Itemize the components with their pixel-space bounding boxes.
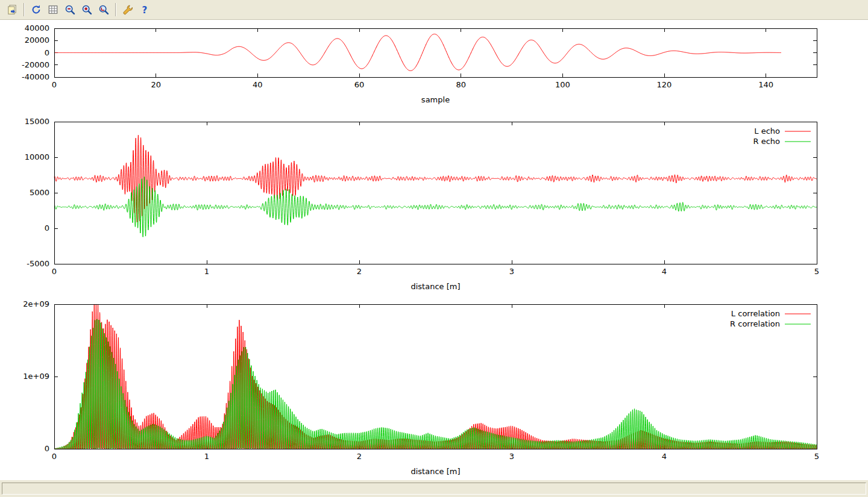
x-tick-label: 20: [151, 80, 161, 89]
zoom-previous-icon: [64, 4, 75, 15]
help-button[interactable]: ?: [137, 2, 153, 17]
l-echo-path: [54, 135, 817, 222]
x-tick-label: 120: [657, 80, 672, 89]
replot-button[interactable]: [28, 2, 44, 17]
copy-button[interactable]: [4, 2, 20, 17]
x-axis-label: distance [m]: [410, 282, 460, 291]
y-tick-label: 15000: [25, 117, 49, 126]
charts-svg: 020406080100120140-40000-200000200004000…: [0, 20, 868, 480]
autoscale-icon: [98, 4, 109, 15]
l-correlation-path: [54, 304, 817, 449]
y-tick-label: 1e+09: [23, 372, 49, 381]
x-tick-label: 0: [52, 80, 57, 89]
x-tick-label: 2: [357, 452, 362, 461]
y-tick-label: 2e+09: [23, 299, 49, 308]
y-tick-label: -40000: [22, 72, 49, 81]
x-tick-label: 1: [204, 452, 209, 461]
toolbar: ?: [0, 0, 868, 20]
x-tick-label: 4: [662, 267, 667, 276]
chart-3: 01234501e+092e+09distance [m]L correlati…: [23, 299, 819, 476]
x-tick-label: 3: [509, 452, 514, 461]
y-tick-label: 5000: [30, 188, 49, 197]
x-tick-label: 1: [204, 267, 209, 276]
y-tick-label: 10000: [25, 152, 49, 161]
zoom-previous-button[interactable]: [62, 2, 78, 17]
r-correlation-path: [54, 319, 817, 449]
autoscale-button[interactable]: [96, 2, 112, 17]
copy-icon: [7, 4, 17, 15]
legend-label: L correlation: [731, 309, 780, 318]
grid-button[interactable]: [45, 2, 61, 17]
status-bar: [0, 480, 868, 497]
help-icon: ?: [139, 4, 150, 15]
x-axis-label: sample: [421, 95, 450, 104]
legend-label: R correlation: [730, 319, 780, 328]
y-tick-label: -5000: [27, 259, 49, 268]
plot-canvas: 020406080100120140-40000-200000200004000…: [0, 20, 868, 480]
toolbar-separator: [24, 3, 25, 16]
x-tick-label: 4: [662, 452, 667, 461]
x-tick-label: 60: [354, 80, 365, 89]
x-tick-label: 3: [509, 267, 514, 276]
config-icon: [122, 4, 133, 15]
y-tick-label: 40000: [25, 23, 49, 33]
chart-1: 020406080100120140-40000-200000200004000…: [22, 23, 817, 104]
status-text: [2, 483, 866, 495]
chart-2-plot-area[interactable]: [54, 122, 817, 264]
x-tick-label: 2: [357, 267, 362, 276]
replot-icon: [31, 4, 42, 15]
x-tick-label: 5: [814, 267, 819, 276]
x-tick-label: 0: [52, 452, 57, 461]
x-tick-label: 40: [253, 80, 263, 89]
zoom-next-button[interactable]: [79, 2, 95, 17]
y-tick-label: 0: [45, 48, 49, 57]
x-axis-label: distance [m]: [410, 467, 460, 476]
series-path: [54, 34, 781, 71]
svg-text:?: ?: [142, 5, 148, 15]
y-tick-label: -20000: [22, 60, 49, 69]
config-button[interactable]: [120, 2, 136, 17]
y-tick-label: 20000: [25, 36, 49, 45]
r-echo-path: [54, 177, 817, 237]
y-tick-label: 0: [45, 444, 49, 453]
chart-2: 012345-5000050001000015000distance [m]L …: [25, 117, 820, 291]
zoom-next-icon: [81, 4, 92, 15]
x-tick-label: 80: [456, 80, 466, 89]
y-tick-label: 0: [45, 223, 49, 233]
x-tick-label: 100: [555, 80, 570, 89]
legend-label: R echo: [753, 137, 780, 146]
x-tick-label: 5: [814, 452, 819, 461]
chart-3-plot-area[interactable]: [54, 304, 817, 449]
x-tick-label: 140: [758, 80, 773, 89]
x-tick-label: 0: [52, 267, 57, 276]
legend-label: L echo: [754, 127, 780, 136]
toolbar-separator: [115, 3, 116, 16]
grid-icon: [48, 4, 58, 15]
